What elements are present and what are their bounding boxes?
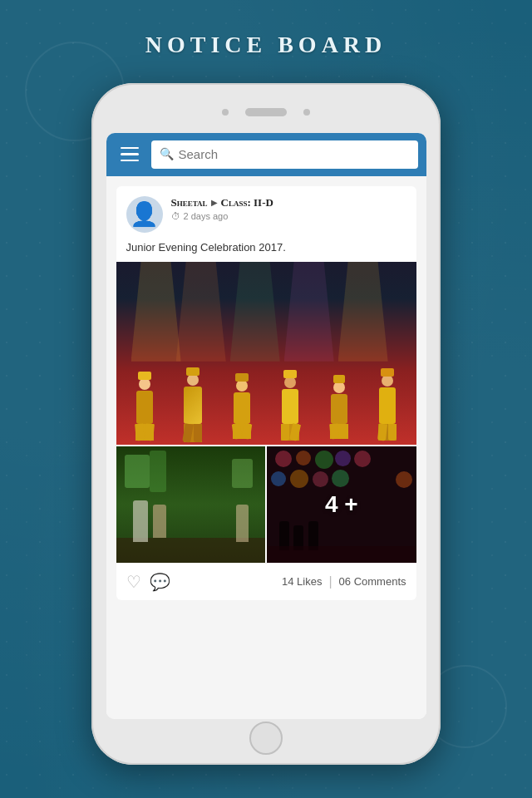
post-caption: Junior Evening Celebration 2017.: [116, 239, 416, 262]
dancer-legs: [135, 424, 154, 441]
post-meta: Sheetal ▶ Class: II-D ⏱ 2 days ago: [171, 196, 406, 221]
comments-count: 06 Comments: [339, 575, 406, 588]
search-bar[interactable]: 🔍: [151, 140, 418, 169]
phone-speaker: [245, 108, 287, 116]
phone-screen: 🔍 👤 Sheetal ▶ Class: II-D: [106, 133, 426, 720]
dancer: [328, 382, 351, 445]
stats-divider: |: [328, 574, 332, 589]
page-title: NOTICE BOARD: [145, 32, 387, 58]
arrow-icon: ▶: [211, 198, 218, 207]
toolbar: 🔍: [106, 133, 426, 176]
post-card: 👤 Sheetal ▶ Class: II-D ⏱ 2 days ago: [116, 186, 416, 600]
phone-sensor: [222, 109, 229, 116]
avatar: 👤: [126, 196, 163, 233]
time-row: ⏱ 2 days ago: [171, 211, 406, 221]
dancer-body: [136, 391, 153, 424]
more-overlay: 4 +: [267, 446, 416, 563]
home-button[interactable]: [249, 722, 283, 755]
search-icon: 🔍: [160, 147, 174, 161]
more-count: 4 +: [325, 491, 358, 518]
dancer-head: [187, 374, 199, 386]
menu-line: [121, 160, 139, 162]
comment-icon: 💬: [150, 572, 170, 592]
dancer: [181, 374, 204, 445]
main-image[interactable]: [116, 262, 416, 445]
menu-line: [121, 153, 139, 155]
post-footer: ♡ 💬 14 Likes | 06 Comments: [116, 563, 416, 600]
phone-shell: 🔍 👤 Sheetal ▶ Class: II-D: [91, 83, 441, 765]
post-class: Class: II-D: [221, 196, 273, 209]
dancer-head: [139, 378, 150, 390]
content-area: 👤 Sheetal ▶ Class: II-D ⏱ 2 days ago: [106, 176, 426, 720]
avatar-icon: 👤: [130, 203, 159, 226]
likes-count: 14 Likes: [282, 575, 322, 588]
post-header: 👤 Sheetal ▶ Class: II-D ⏱ 2 days ago: [116, 186, 416, 239]
dancer: [230, 380, 254, 445]
bottom-image-left[interactable]: [116, 446, 266, 563]
phone-top-bar: [91, 83, 441, 133]
heart-icon: ♡: [126, 572, 141, 592]
menu-button[interactable]: [115, 140, 145, 170]
dancer: [278, 377, 302, 445]
bottom-images: 4 +: [116, 446, 416, 563]
dancer: [376, 375, 399, 445]
like-button[interactable]: ♡: [126, 572, 141, 592]
post-time: 2 days ago: [184, 211, 229, 221]
image-grid: 4 +: [116, 262, 416, 563]
post-author: Sheetal: [171, 196, 208, 209]
footer-stats: 14 Likes | 06 Comments: [282, 574, 406, 589]
menu-line: [121, 147, 139, 150]
dancers: [116, 298, 416, 445]
stage-scene: [116, 446, 266, 563]
clock-icon: ⏱: [171, 211, 180, 221]
main-image-content: [116, 262, 416, 445]
dancer-hat: [138, 372, 151, 380]
phone-bottom: [91, 719, 441, 765]
author-row: Sheetal ▶ Class: II-D: [171, 196, 406, 209]
search-input[interactable]: [179, 147, 410, 161]
phone-camera: [303, 109, 310, 116]
dancer: [133, 378, 156, 445]
comment-button[interactable]: 💬: [150, 572, 170, 592]
bottom-image-right[interactable]: 4 +: [267, 446, 416, 563]
